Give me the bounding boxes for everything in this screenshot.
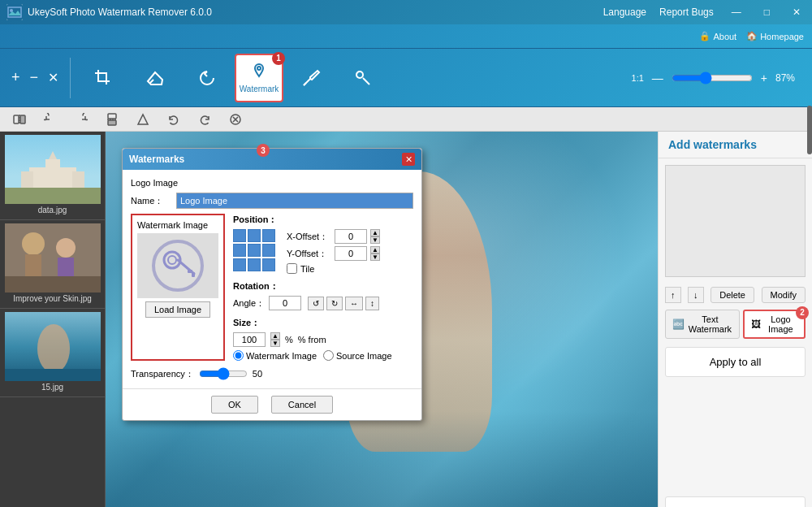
y-up-btn[interactable]: ▲ (370, 246, 380, 254)
paint-tool[interactable] (287, 54, 335, 102)
transparency-label: Transparency： (131, 368, 194, 380)
about-link[interactable]: 🔒 About (699, 31, 736, 41)
x-down-btn[interactable]: ▼ (370, 236, 380, 244)
file-sidebar: data.jpg Improve your Skin.jpg (0, 132, 106, 507)
watermark-image-label: Watermark Image (137, 220, 218, 230)
text-watermark-tab[interactable]: 🔤 Text Watermark (665, 310, 740, 339)
cancel-btn[interactable] (222, 110, 248, 128)
logo-image-tab[interactable]: 🖼 Logo Image 2 (743, 310, 806, 339)
flip-horizontal-btn[interactable] (6, 110, 32, 128)
load-btn-container: Load Image (137, 301, 218, 318)
svg-point-29 (168, 256, 176, 264)
pos-mid-left[interactable] (233, 244, 246, 257)
title-bar: UkeySoft Photo Watermark Remover 6.0.0 L… (0, 0, 812, 24)
ok-btn[interactable]: OK (211, 396, 258, 414)
delete-btn[interactable]: Delete (710, 287, 754, 303)
tile-checkbox[interactable] (287, 263, 297, 274)
rotate-left-btn[interactable] (37, 110, 63, 128)
file-item-2[interactable]: Improve your Skin.jpg (0, 220, 105, 309)
pos-bot-center[interactable] (248, 258, 261, 271)
flip-vertical-btn[interactable] (99, 110, 125, 128)
app-logo (6, 4, 23, 20)
zoom-slider[interactable] (672, 72, 753, 84)
tab-row: 🔤 Text Watermark 🖼 Logo Image 2 (659, 306, 812, 342)
name-input[interactable] (176, 193, 413, 209)
apply-to-all-btn[interactable]: Apply to all (665, 347, 806, 377)
add-file-btn[interactable]: + (8, 66, 24, 89)
flip-h-btn[interactable]: ↔ (345, 297, 363, 310)
modal-close-btn[interactable]: ✕ (402, 153, 415, 166)
mirror-btn[interactable] (130, 110, 156, 128)
rotate-ccw-btn[interactable]: ↺ (308, 297, 324, 310)
undo-btn[interactable] (161, 110, 187, 128)
transparency-slider[interactable] (199, 367, 248, 380)
pos-top-left[interactable] (233, 229, 246, 242)
restore-tool[interactable] (183, 54, 231, 102)
pos-top-right[interactable] (262, 229, 275, 242)
size-down-btn[interactable]: ▼ (270, 340, 280, 347)
position-content: X-Offset： ▲ ▼ Y-Off (233, 229, 413, 274)
move-up-btn[interactable]: ↑ (665, 287, 681, 303)
size-label: Size： (233, 317, 413, 329)
rotation-content: Angle： ↺ ↻ ↔ ↕ (233, 296, 413, 310)
load-image-btn[interactable]: Load Image (145, 301, 210, 318)
action-bar (0, 107, 812, 132)
watermark-tool[interactable]: Watermark 1 (235, 54, 283, 102)
pos-bot-right[interactable] (262, 258, 275, 271)
move-down-btn[interactable]: ↓ (688, 287, 704, 303)
pos-bot-left[interactable] (233, 258, 246, 271)
size-input[interactable] (233, 332, 266, 347)
zoom-controls: 1:1 — + 87% (632, 70, 804, 86)
size-up-btn[interactable]: ▲ (270, 332, 280, 340)
flip-v-btn[interactable]: ↕ (365, 297, 379, 310)
crop-tool[interactable] (79, 54, 127, 102)
minimize-btn[interactable]: — (727, 5, 746, 20)
zoom-out-btn[interactable]: — (649, 70, 667, 86)
maximize-btn[interactable]: □ (759, 5, 775, 20)
modal-section: Logo Image (131, 178, 413, 188)
file-item-3[interactable]: 15.jpg (0, 309, 105, 397)
erase-tool[interactable] (131, 54, 179, 102)
lock-icon: 🔒 (699, 31, 710, 41)
x-offset-input[interactable] (335, 229, 367, 244)
svg-rect-5 (14, 115, 19, 124)
file-name-1: data.jpg (3, 204, 102, 216)
file-item-1[interactable]: data.jpg (0, 132, 105, 220)
y-offset-input[interactable] (335, 246, 367, 261)
canvas-area[interactable]: Watermarks ✕ Logo Image Name： (106, 132, 658, 507)
pos-mid-center[interactable] (248, 244, 261, 257)
zoom-ratio[interactable]: 1:1 (632, 73, 644, 83)
x-offset-spinner: ▲ ▼ (370, 229, 380, 244)
source-image-radio[interactable]: Source Image (323, 350, 391, 361)
file-thumb-2 (5, 223, 101, 292)
language-link[interactable]: Language (603, 6, 646, 18)
cancel-btn[interactable]: Cancel (271, 396, 333, 414)
pos-mid-right[interactable] (262, 244, 275, 257)
report-bugs-link[interactable]: Report Bugs (659, 6, 714, 18)
svg-rect-20 (25, 254, 41, 279)
position-label: Position： (233, 214, 413, 226)
rotate-cw-btn[interactable]: ↻ (326, 297, 343, 310)
close-btn[interactable]: ✕ (788, 5, 806, 20)
x-up-btn[interactable]: ▲ (370, 229, 380, 236)
close-file-btn[interactable]: ✕ (45, 67, 62, 89)
key-tool[interactable] (339, 54, 387, 102)
remove-file-btn[interactable]: − (27, 66, 42, 89)
modify-btn[interactable]: Modify (762, 287, 806, 303)
angle-input[interactable] (269, 296, 301, 310)
homepage-link[interactable]: 🏠 Homepage (746, 31, 804, 41)
start-btn[interactable]: Start (665, 496, 806, 507)
y-down-btn[interactable]: ▼ (370, 254, 380, 261)
zoom-in-btn[interactable]: + (758, 70, 771, 86)
rotate-right-btn[interactable] (68, 110, 94, 128)
watermark-image-radio[interactable]: Watermark Image (233, 350, 317, 361)
file-thumb-1 (5, 135, 101, 204)
svg-rect-6 (20, 115, 25, 124)
text-watermark-icon: 🔤 (672, 318, 685, 330)
pos-top-center[interactable] (248, 229, 261, 242)
modal-overlay: Watermarks ✕ Logo Image Name： (106, 132, 658, 507)
redo-btn[interactable] (192, 110, 218, 128)
y-offset-label: Y-Offset： (287, 248, 331, 260)
nav-links: Language Report Bugs — □ ✕ (603, 5, 806, 20)
y-offset-spinner: ▲ ▼ (370, 246, 380, 261)
